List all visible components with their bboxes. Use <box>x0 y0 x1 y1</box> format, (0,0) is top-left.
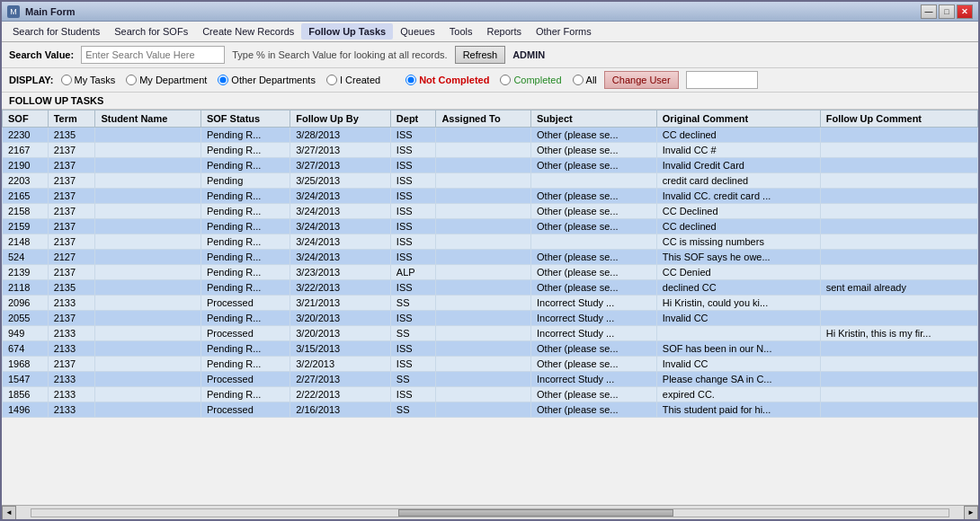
table-cell: 524 <box>3 250 49 265</box>
radio-not-completed-input[interactable] <box>405 75 416 85</box>
table-cell: 2055 <box>3 311 49 326</box>
maximize-button[interactable]: □ <box>939 4 955 19</box>
col-term: Term <box>48 110 95 128</box>
radio-my-dept-input[interactable] <box>126 75 137 85</box>
horizontal-scrollbar[interactable]: ◄ ► <box>2 505 978 519</box>
table-cell: 2139 <box>3 265 49 280</box>
table-cell: Invalid Credit Card <box>656 158 820 173</box>
radio-i-created[interactable]: I Created <box>326 75 380 85</box>
col-sof-status: SOF Status <box>200 110 290 128</box>
menu-reports[interactable]: Reports <box>479 23 529 40</box>
col-followup-by: Follow Up By <box>290 110 391 128</box>
radio-other-dept-input[interactable] <box>218 75 228 85</box>
radio-other-dept[interactable]: Other Departments <box>218 75 316 85</box>
table-cell <box>820 402 977 418</box>
table-cell: expired CC. <box>656 387 820 402</box>
table-cell: Pending R... <box>200 219 290 234</box>
table-row[interactable]: 20552137Pending R...3/20/2013ISSIncorrec… <box>3 311 978 326</box>
table-cell <box>820 189 977 204</box>
table-row[interactable]: 9492133Processed3/20/2013SSIncorrect Stu… <box>3 326 978 341</box>
table-row[interactable]: 21582137Pending R...3/24/2013ISSOther (p… <box>3 204 978 219</box>
menu-followup-tasks[interactable]: Follow Up Tasks <box>301 23 393 40</box>
table-cell: 2137 <box>48 204 95 219</box>
radio-completed[interactable]: Completed <box>500 75 561 85</box>
table-cell: Other (please se... <box>531 357 657 372</box>
scroll-track[interactable] <box>31 508 949 517</box>
close-button[interactable]: ✕ <box>957 4 973 19</box>
table-row[interactable]: 21592137Pending R...3/24/2013ISSOther (p… <box>3 219 978 234</box>
table-row[interactable]: 22302135Pending R...3/28/2013ISSOther (p… <box>3 128 978 143</box>
scroll-right-arrow[interactable]: ► <box>964 506 978 520</box>
table-cell: Pending R... <box>200 341 290 357</box>
table-row[interactable]: 21672137Pending R...3/27/2013ISSOther (p… <box>3 143 978 158</box>
table-cell: 2133 <box>48 387 95 402</box>
table-cell: Other (please se... <box>531 189 657 204</box>
table-row[interactable]: 14962133Processed2/16/2013SSOther (pleas… <box>3 402 978 418</box>
table-cell <box>95 204 200 219</box>
table-cell <box>436 296 531 311</box>
radio-my-dept[interactable]: My Department <box>126 75 207 85</box>
table-cell: 2133 <box>48 372 95 387</box>
search-input[interactable] <box>81 46 225 64</box>
radio-all[interactable]: All <box>573 75 597 85</box>
table-cell <box>436 143 531 158</box>
table-cell: 2203 <box>3 173 49 189</box>
table-wrapper[interactable]: SOF Term Student Name SOF Status Follow … <box>2 110 978 505</box>
menu-create-records[interactable]: Create New Records <box>195 23 301 40</box>
table-cell: ISS <box>390 204 436 219</box>
table-cell: declined CC <box>656 280 820 296</box>
table-cell: Pending R... <box>200 189 290 204</box>
user-field[interactable] <box>686 71 758 89</box>
table-cell: ISS <box>390 311 436 326</box>
table-cell: 3/28/2013 <box>290 128 391 143</box>
table-row[interactable]: 19682137Pending R...3/2/2013ISSOther (pl… <box>3 357 978 372</box>
table-row[interactable]: 21482137Pending R...3/24/2013ISSCC is mi… <box>3 234 978 250</box>
radio-all-input[interactable] <box>573 75 584 85</box>
table-row[interactable]: 5242127Pending R...3/24/2013ISSOther (pl… <box>3 250 978 265</box>
radio-not-completed[interactable]: Not Completed <box>405 75 489 85</box>
table-cell: Processed <box>200 402 290 418</box>
radio-completed-input[interactable] <box>500 75 511 85</box>
table-row[interactable]: 21392137Pending R...3/23/2013ALPOther (p… <box>3 265 978 280</box>
menu-search-sofs[interactable]: Search for SOFs <box>107 23 195 40</box>
radio-my-tasks-input[interactable] <box>61 75 72 85</box>
scroll-thumb[interactable] <box>398 509 673 517</box>
table-cell <box>656 326 820 341</box>
menu-search-students[interactable]: Search for Students <box>5 23 107 40</box>
table-cell: Other (please se... <box>531 387 657 402</box>
table-cell: Incorrect Study ... <box>531 311 657 326</box>
radio-i-created-input[interactable] <box>326 75 337 85</box>
table-row[interactable]: 20962133Processed3/21/2013SSIncorrect St… <box>3 296 978 311</box>
table-row[interactable]: 21902137Pending R...3/27/2013ISSOther (p… <box>3 158 978 173</box>
table-cell: 2148 <box>3 234 49 250</box>
table-cell: 1496 <box>3 402 49 418</box>
menu-queues[interactable]: Queues <box>393 23 442 40</box>
table-cell <box>436 341 531 357</box>
followup-table: SOF Term Student Name SOF Status Follow … <box>2 110 978 418</box>
table-cell <box>820 204 977 219</box>
table-cell: 2159 <box>3 219 49 234</box>
change-user-button[interactable]: Change User <box>604 71 679 89</box>
table-cell: 1547 <box>3 372 49 387</box>
table-cell: Invalid CC # <box>656 143 820 158</box>
title-bar-left: M Main Form <box>7 5 76 18</box>
table-cell: 3/20/2013 <box>290 326 391 341</box>
table-row[interactable]: 22032137Pending3/25/2013ISScredit card d… <box>3 173 978 189</box>
radio-my-tasks[interactable]: My Tasks <box>61 75 116 85</box>
col-followup-comment: Follow Up Comment <box>820 110 977 128</box>
minimize-button[interactable]: — <box>921 4 937 19</box>
table-cell <box>820 250 977 265</box>
menu-tools[interactable]: Tools <box>442 23 480 40</box>
refresh-button[interactable]: Refresh <box>455 46 506 64</box>
table-cell: 3/15/2013 <box>290 341 391 357</box>
table-row[interactable]: 18562133Pending R...2/22/2013ISSOther (p… <box>3 387 978 402</box>
table-row[interactable]: 15472133Processed2/27/2013SSIncorrect St… <box>3 372 978 387</box>
table-cell: 2096 <box>3 296 49 311</box>
table-cell: 2137 <box>48 265 95 280</box>
table-cell: 2137 <box>48 311 95 326</box>
table-row[interactable]: 21652137Pending R...3/24/2013ISSOther (p… <box>3 189 978 204</box>
table-row[interactable]: 21182135Pending R...3/22/2013ISSOther (p… <box>3 280 978 296</box>
table-row[interactable]: 6742133Pending R...3/15/2013ISSOther (pl… <box>3 341 978 357</box>
menu-other-forms[interactable]: Other Forms <box>529 23 599 40</box>
scroll-left-arrow[interactable]: ◄ <box>2 506 16 520</box>
